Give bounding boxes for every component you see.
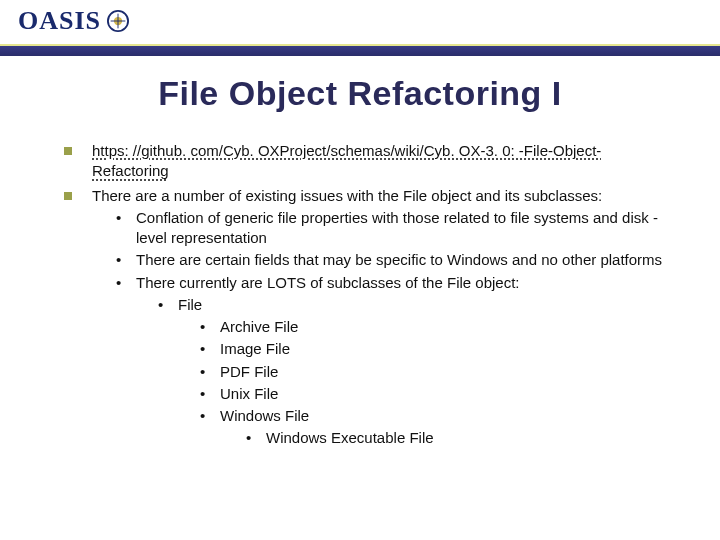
list-item: Unix File (200, 384, 670, 404)
issue-text: There currently are LOTS of subclasses o… (136, 274, 520, 291)
windows-file-label: Windows File (220, 407, 309, 424)
logo: OASIS (18, 6, 129, 36)
list-item: There are certain fields that may be spe… (116, 250, 670, 270)
list-item: https: //github. com/Cyb. OXProject/sche… (64, 141, 670, 182)
subclass-list: Archive File Image File PDF File Unix Fi… (178, 317, 670, 449)
bullet-list: https: //github. com/Cyb. OXProject/sche… (50, 141, 670, 449)
list-item: There currently are LOTS of subclasses o… (116, 273, 670, 449)
list-item: There are a number of existing issues wi… (64, 186, 670, 449)
intro-text: There are a number of existing issues wi… (92, 187, 602, 204)
reference-link[interactable]: https: //github. com/Cyb. OXProject/sche… (92, 142, 601, 179)
list-item: Windows File Windows Executable File (200, 406, 670, 449)
windows-sublist: Windows Executable File (220, 428, 670, 448)
class-tree: File Archive File Image File PDF File Un… (136, 295, 670, 449)
slide-body: File Object Refactoring I https: //githu… (0, 56, 720, 473)
header: OASIS (0, 0, 720, 56)
list-item: Conflation of generic file properties wi… (116, 208, 670, 249)
list-item: Archive File (200, 317, 670, 337)
list-item: Windows Executable File (246, 428, 670, 448)
issues-list: Conflation of generic file properties wi… (92, 208, 670, 449)
logo-icon (107, 10, 129, 32)
header-divider-bar (0, 44, 720, 56)
root-class: File (178, 296, 202, 313)
list-item: File Archive File Image File PDF File Un… (158, 295, 670, 449)
page-title: File Object Refactoring I (50, 74, 670, 113)
list-item: Image File (200, 339, 670, 359)
list-item: PDF File (200, 362, 670, 382)
logo-text: OASIS (18, 6, 101, 36)
